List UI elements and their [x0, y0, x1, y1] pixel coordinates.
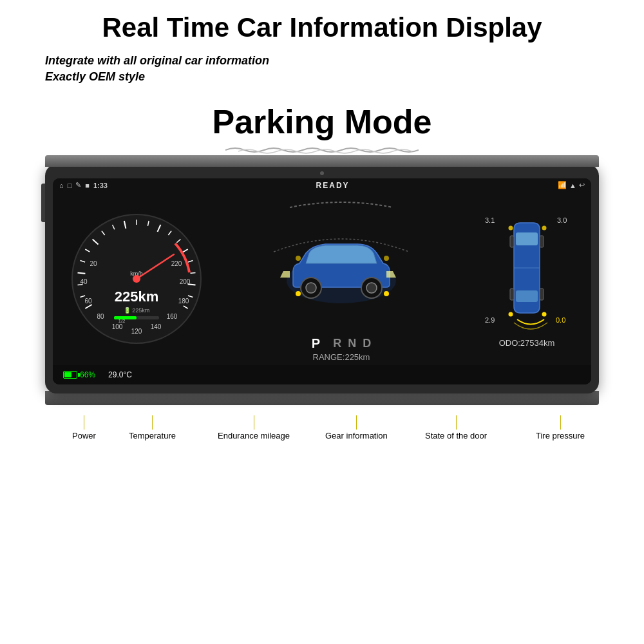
- wifi-icon: 📶: [558, 181, 567, 189]
- status-bar: ⌂ □ ✎ ■ 1:33 READY 📶 ▲ ↩: [53, 178, 591, 192]
- odometer-display: ODO:27534km: [499, 338, 555, 348]
- svg-text:225km: 225km: [115, 289, 159, 305]
- label-gear: Gear information: [325, 415, 388, 440]
- svg-point-35: [133, 275, 140, 283]
- battery-block: 66%: [63, 370, 95, 379]
- label-line-power: [84, 415, 84, 430]
- edit-icon: ✎: [75, 181, 81, 189]
- svg-point-64: [542, 312, 547, 316]
- svg-text:0.0: 0.0: [556, 316, 565, 324]
- svg-rect-51: [516, 290, 538, 302]
- svg-text:3.0: 3.0: [557, 216, 567, 224]
- label-line-tire: [560, 415, 561, 430]
- svg-text:180: 180: [178, 298, 189, 305]
- svg-text:60: 60: [84, 298, 92, 305]
- main-title: Real Time Car Information Display: [102, 13, 542, 43]
- ready-status: READY: [316, 181, 350, 190]
- square-icon: ■: [85, 182, 90, 189]
- svg-point-47: [384, 291, 389, 296]
- label-line-temperature: [152, 415, 153, 430]
- home-icon: ⌂: [59, 182, 64, 189]
- speedometer: 20 40 60 80 100 120 140 160 180 200 220: [66, 208, 207, 350]
- svg-text:40: 40: [80, 278, 88, 285]
- svg-point-49: [384, 256, 389, 261]
- car-screen-device: ⌂ □ ✎ ■ 1:33 READY 📶 ▲ ↩: [45, 164, 599, 393]
- svg-point-62: [542, 225, 547, 230]
- car-screen: ⌂ □ ✎ ■ 1:33 READY 📶 ▲ ↩: [53, 178, 591, 384]
- dash-top: [45, 155, 599, 167]
- svg-point-63: [509, 312, 513, 316]
- label-text-tire: Tire pressure: [536, 431, 585, 440]
- svg-text:200: 200: [180, 278, 191, 285]
- label-power: Power: [72, 415, 96, 440]
- battery-percentage: 66%: [80, 370, 95, 379]
- label-line-endurance: [254, 415, 254, 430]
- status-left: ⌂ □ ✎ ■ 1:33: [59, 181, 108, 189]
- gear-p: P: [312, 336, 320, 351]
- svg-text:🔋 225km: 🔋 225km: [124, 307, 150, 314]
- subtitle-line-1: Integrate with all original car informat…: [45, 54, 269, 68]
- gear-selector: P R N D: [312, 336, 371, 351]
- label-text-temperature: Temperature: [129, 431, 176, 440]
- right-panel: 3.1 3.0 2.9 0.0: [462, 193, 591, 365]
- window-icon: □: [68, 182, 72, 189]
- battery-icon: [63, 371, 77, 379]
- label-door: State of the door: [425, 415, 487, 440]
- parking-mode-title: Parking Mode: [213, 102, 432, 141]
- car-top-view: 3.1 3.0 2.9 0.0: [472, 210, 582, 336]
- svg-text:3.1: 3.1: [485, 216, 495, 224]
- left-panel: 20 40 60 80 100 120 140 160 180 200 220: [53, 193, 220, 365]
- status-right: 📶 ▲ ↩: [558, 181, 585, 189]
- bottom-bar: 66% 29.0°C: [53, 365, 591, 385]
- svg-point-61: [509, 225, 513, 230]
- svg-line-18: [191, 272, 196, 273]
- device-side-button: [41, 184, 45, 222]
- status-time: 1:33: [93, 182, 108, 189]
- svg-text:2.9: 2.9: [485, 316, 495, 324]
- label-text-power: Power: [72, 431, 96, 440]
- device-top-bar: [53, 171, 591, 176]
- subtitle-line-2: Exactly OEM style: [45, 70, 269, 84]
- svg-rect-52: [510, 236, 514, 247]
- battery-fill: [64, 372, 71, 377]
- svg-text:80: 80: [97, 313, 104, 320]
- label-line-gear: [356, 415, 357, 430]
- svg-point-46: [296, 291, 301, 296]
- svg-point-48: [296, 256, 301, 261]
- svg-rect-55: [540, 289, 544, 300]
- gear-d: D: [363, 337, 371, 350]
- svg-text:220: 220: [171, 260, 182, 267]
- wave-decoration: [225, 145, 419, 155]
- svg-point-45: [366, 283, 377, 293]
- center-panel: P R N D RANGE:225km: [220, 193, 462, 365]
- label-text-gear: Gear information: [325, 431, 388, 440]
- svg-text:160: 160: [167, 313, 178, 320]
- parking-arc-top: [277, 196, 406, 209]
- signal-icon: ▲: [569, 182, 576, 189]
- svg-point-43: [306, 283, 316, 293]
- svg-rect-54: [510, 289, 514, 300]
- camera-dot: [320, 171, 324, 175]
- svg-text:20: 20: [90, 260, 97, 267]
- screen-content: 20 40 60 80 100 120 140 160 180 200 220: [53, 193, 591, 365]
- gear-n: N: [348, 337, 356, 350]
- label-temperature: Temperature: [129, 415, 176, 440]
- label-endurance: Endurance mileage: [218, 415, 290, 440]
- svg-text:120: 120: [131, 328, 142, 335]
- svg-text:1/2: 1/2: [118, 318, 126, 324]
- svg-rect-50: [516, 232, 538, 245]
- label-line-door: [456, 415, 457, 430]
- gear-r-label: R: [333, 337, 341, 350]
- svg-text:100: 100: [112, 323, 123, 330]
- temperature-display: 29.0°C: [108, 370, 132, 379]
- subtitle-block: Integrate with all original car informat…: [45, 54, 269, 86]
- car-display-area: [223, 209, 459, 331]
- svg-rect-53: [540, 236, 544, 247]
- label-text-door: State of the door: [425, 431, 487, 440]
- label-tire: Tire pressure: [536, 415, 585, 440]
- svg-line-4: [78, 272, 86, 273]
- car-svg: [254, 220, 428, 319]
- back-icon: ↩: [579, 181, 585, 189]
- svg-text:140: 140: [151, 323, 162, 330]
- labels-section: Power Temperature Endurance mileage Gear…: [45, 415, 599, 467]
